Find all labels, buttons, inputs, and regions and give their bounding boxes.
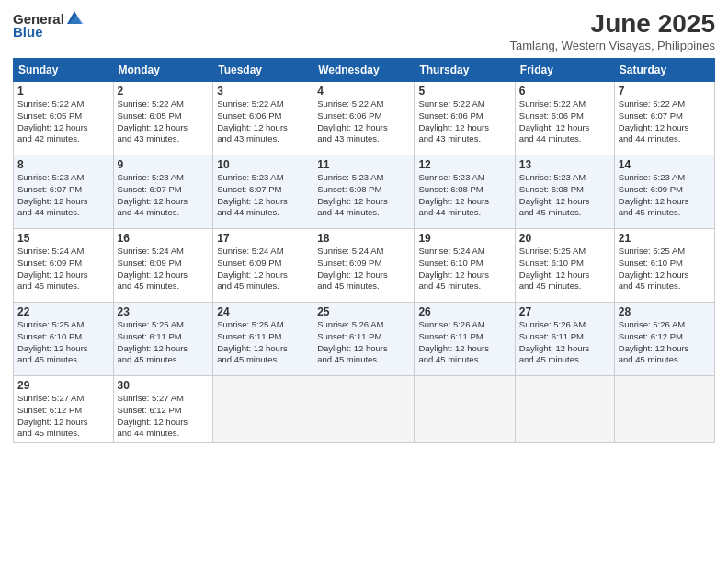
logo-blue-text: Blue xyxy=(13,24,43,40)
title-block: June 2025 Tamlang, Western Visayas, Phil… xyxy=(509,9,715,52)
day-number: 14 xyxy=(619,158,711,171)
calendar-cell: 30Sunrise: 5:27 AM Sunset: 6:12 PM Dayli… xyxy=(113,376,213,443)
day-info: Sunrise: 5:24 AM Sunset: 6:09 PM Dayligh… xyxy=(118,246,210,293)
calendar-cell: 2Sunrise: 5:22 AM Sunset: 6:05 PM Daylig… xyxy=(113,82,213,155)
calendar-cell: 10Sunrise: 5:23 AM Sunset: 6:07 PM Dayli… xyxy=(213,155,313,229)
day-number: 26 xyxy=(418,305,510,318)
day-number: 28 xyxy=(619,305,711,318)
header: General Blue June 2025 Tamlang, Western … xyxy=(13,9,715,52)
day-info: Sunrise: 5:24 AM Sunset: 6:09 PM Dayligh… xyxy=(217,246,309,293)
day-info: Sunrise: 5:23 AM Sunset: 6:07 PM Dayligh… xyxy=(118,172,210,219)
calendar-cell: 22Sunrise: 5:25 AM Sunset: 6:10 PM Dayli… xyxy=(14,303,114,376)
day-info: Sunrise: 5:24 AM Sunset: 6:10 PM Dayligh… xyxy=(418,246,510,293)
day-number: 4 xyxy=(317,85,410,98)
calendar-cell: 6Sunrise: 5:22 AM Sunset: 6:06 PM Daylig… xyxy=(515,82,614,155)
day-number: 12 xyxy=(418,158,510,171)
day-info: Sunrise: 5:23 AM Sunset: 6:08 PM Dayligh… xyxy=(519,172,610,219)
calendar-col-monday: Monday xyxy=(113,59,213,82)
calendar-cell: 5Sunrise: 5:22 AM Sunset: 6:06 PM Daylig… xyxy=(415,82,515,155)
calendar-cell: 26Sunrise: 5:26 AM Sunset: 6:11 PM Dayli… xyxy=(415,303,515,376)
calendar-col-sunday: Sunday xyxy=(14,59,114,82)
calendar-cell: 11Sunrise: 5:23 AM Sunset: 6:08 PM Dayli… xyxy=(313,155,415,229)
day-info: Sunrise: 5:25 AM Sunset: 6:11 PM Dayligh… xyxy=(118,319,210,366)
logo-icon xyxy=(65,9,84,28)
day-info: Sunrise: 5:24 AM Sunset: 6:09 PM Dayligh… xyxy=(317,246,410,293)
day-info: Sunrise: 5:26 AM Sunset: 6:11 PM Dayligh… xyxy=(418,319,510,366)
calendar-cell: 12Sunrise: 5:23 AM Sunset: 6:08 PM Dayli… xyxy=(415,155,515,229)
day-info: Sunrise: 5:26 AM Sunset: 6:12 PM Dayligh… xyxy=(619,319,711,366)
day-number: 6 xyxy=(519,85,610,98)
day-number: 19 xyxy=(418,232,510,245)
calendar-cell: 9Sunrise: 5:23 AM Sunset: 6:07 PM Daylig… xyxy=(113,155,213,229)
calendar-cell: 29Sunrise: 5:27 AM Sunset: 6:12 PM Dayli… xyxy=(14,376,114,443)
calendar-cell xyxy=(313,376,415,443)
day-number: 24 xyxy=(217,305,309,318)
day-info: Sunrise: 5:22 AM Sunset: 6:06 PM Dayligh… xyxy=(519,98,610,145)
calendar-cell: 7Sunrise: 5:22 AM Sunset: 6:07 PM Daylig… xyxy=(614,82,714,155)
day-number: 22 xyxy=(17,305,109,318)
day-number: 2 xyxy=(118,85,210,98)
calendar-cell: 23Sunrise: 5:25 AM Sunset: 6:11 PM Dayli… xyxy=(113,303,213,376)
day-info: Sunrise: 5:25 AM Sunset: 6:11 PM Dayligh… xyxy=(217,319,309,366)
calendar-cell: 3Sunrise: 5:22 AM Sunset: 6:06 PM Daylig… xyxy=(213,82,313,155)
calendar-cell: 1Sunrise: 5:22 AM Sunset: 6:05 PM Daylig… xyxy=(14,82,114,155)
day-number: 16 xyxy=(118,232,210,245)
day-number: 29 xyxy=(17,379,109,392)
calendar-cell: 20Sunrise: 5:25 AM Sunset: 6:10 PM Dayli… xyxy=(515,229,614,303)
day-info: Sunrise: 5:24 AM Sunset: 6:09 PM Dayligh… xyxy=(17,246,109,293)
calendar-cell: 25Sunrise: 5:26 AM Sunset: 6:11 PM Dayli… xyxy=(313,303,415,376)
day-number: 9 xyxy=(118,158,210,171)
calendar-cell: 27Sunrise: 5:26 AM Sunset: 6:11 PM Dayli… xyxy=(515,303,614,376)
calendar-col-thursday: Thursday xyxy=(415,59,515,82)
calendar-week-row: 1Sunrise: 5:22 AM Sunset: 6:05 PM Daylig… xyxy=(14,82,715,155)
calendar-col-saturday: Saturday xyxy=(614,59,714,82)
calendar-col-tuesday: Tuesday xyxy=(213,59,313,82)
calendar-cell: 14Sunrise: 5:23 AM Sunset: 6:09 PM Dayli… xyxy=(614,155,714,229)
day-info: Sunrise: 5:23 AM Sunset: 6:08 PM Dayligh… xyxy=(418,172,510,219)
day-info: Sunrise: 5:25 AM Sunset: 6:10 PM Dayligh… xyxy=(17,319,109,366)
day-info: Sunrise: 5:23 AM Sunset: 6:07 PM Dayligh… xyxy=(17,172,109,219)
day-info: Sunrise: 5:22 AM Sunset: 6:06 PM Dayligh… xyxy=(217,98,309,145)
day-info: Sunrise: 5:23 AM Sunset: 6:07 PM Dayligh… xyxy=(217,172,309,219)
day-number: 23 xyxy=(118,305,210,318)
page: General Blue June 2025 Tamlang, Western … xyxy=(0,0,728,563)
calendar-week-row: 22Sunrise: 5:25 AM Sunset: 6:10 PM Dayli… xyxy=(14,303,715,376)
day-info: Sunrise: 5:27 AM Sunset: 6:12 PM Dayligh… xyxy=(17,393,109,440)
day-info: Sunrise: 5:22 AM Sunset: 6:05 PM Dayligh… xyxy=(118,98,210,145)
day-info: Sunrise: 5:25 AM Sunset: 6:10 PM Dayligh… xyxy=(619,246,711,293)
calendar-cell xyxy=(415,376,515,443)
calendar-header-row: SundayMondayTuesdayWednesdayThursdayFrid… xyxy=(14,59,715,82)
day-number: 10 xyxy=(217,158,309,171)
day-number: 25 xyxy=(317,305,410,318)
day-number: 27 xyxy=(519,305,610,318)
calendar-cell: 15Sunrise: 5:24 AM Sunset: 6:09 PM Dayli… xyxy=(14,229,114,303)
day-info: Sunrise: 5:25 AM Sunset: 6:10 PM Dayligh… xyxy=(519,246,610,293)
day-number: 7 xyxy=(619,85,711,98)
logo: General Blue xyxy=(13,9,84,40)
day-number: 13 xyxy=(519,158,610,171)
day-number: 20 xyxy=(519,232,610,245)
calendar-week-row: 15Sunrise: 5:24 AM Sunset: 6:09 PM Dayli… xyxy=(14,229,715,303)
calendar-cell: 16Sunrise: 5:24 AM Sunset: 6:09 PM Dayli… xyxy=(113,229,213,303)
day-info: Sunrise: 5:23 AM Sunset: 6:09 PM Dayligh… xyxy=(619,172,711,219)
calendar-cell: 24Sunrise: 5:25 AM Sunset: 6:11 PM Dayli… xyxy=(213,303,313,376)
calendar-week-row: 8Sunrise: 5:23 AM Sunset: 6:07 PM Daylig… xyxy=(14,155,715,229)
calendar-cell: 19Sunrise: 5:24 AM Sunset: 6:10 PM Dayli… xyxy=(415,229,515,303)
calendar-col-friday: Friday xyxy=(515,59,614,82)
day-number: 15 xyxy=(17,232,109,245)
day-number: 8 xyxy=(17,158,109,171)
calendar-table: SundayMondayTuesdayWednesdayThursdayFrid… xyxy=(13,58,715,443)
day-info: Sunrise: 5:22 AM Sunset: 6:07 PM Dayligh… xyxy=(619,98,711,145)
calendar-cell: 17Sunrise: 5:24 AM Sunset: 6:09 PM Dayli… xyxy=(213,229,313,303)
day-number: 18 xyxy=(317,232,410,245)
calendar-cell: 21Sunrise: 5:25 AM Sunset: 6:10 PM Dayli… xyxy=(614,229,714,303)
calendar-col-wednesday: Wednesday xyxy=(313,59,415,82)
day-info: Sunrise: 5:26 AM Sunset: 6:11 PM Dayligh… xyxy=(317,319,410,366)
day-info: Sunrise: 5:27 AM Sunset: 6:12 PM Dayligh… xyxy=(118,393,210,440)
day-number: 30 xyxy=(118,379,210,392)
subtitle: Tamlang, Western Visayas, Philippines xyxy=(509,39,715,52)
calendar-cell xyxy=(614,376,714,443)
day-info: Sunrise: 5:22 AM Sunset: 6:06 PM Dayligh… xyxy=(418,98,510,145)
calendar-cell xyxy=(515,376,614,443)
calendar-cell: 13Sunrise: 5:23 AM Sunset: 6:08 PM Dayli… xyxy=(515,155,614,229)
